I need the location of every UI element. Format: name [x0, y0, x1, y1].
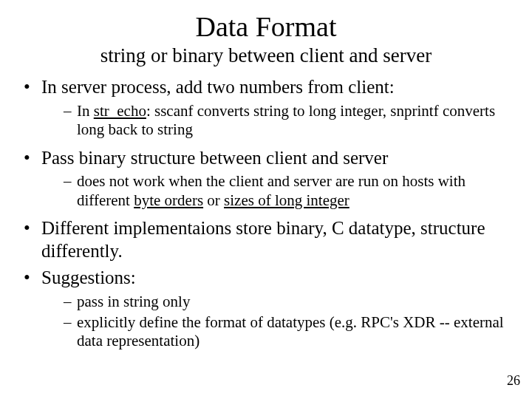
- slide: Data Format string or binary between cli…: [0, 0, 532, 399]
- sub-item: does not work when the client and server…: [64, 172, 511, 210]
- sub-text: explicitly define the format of datatype…: [77, 313, 504, 350]
- sub-item: explicitly define the format of datatype…: [64, 313, 511, 351]
- underline-text: str_echo: [94, 102, 146, 120]
- sub-list: pass in string only explicitly define th…: [41, 293, 511, 351]
- sub-text: pass in string only: [77, 293, 190, 310]
- bullet-item: Different implementaions store binary, C…: [24, 217, 511, 262]
- slide-subtitle: string or binary between client and serv…: [21, 44, 511, 67]
- sub-text: or: [203, 191, 224, 209]
- bullet-text: Suggestions:: [41, 267, 136, 287]
- sub-item: In str_echo: sscanf converts string to l…: [64, 102, 511, 140]
- bullet-item: Suggestions: pass in string only explici…: [24, 267, 511, 350]
- bullet-list: In server process, add two numbers from …: [21, 76, 511, 351]
- sub-text: In: [77, 102, 94, 120]
- sub-list: In str_echo: sscanf converts string to l…: [41, 102, 511, 140]
- bullet-item: Pass binary structure between client and…: [24, 147, 511, 211]
- bullet-item: In server process, add two numbers from …: [24, 76, 511, 140]
- sub-item: pass in string only: [64, 293, 511, 312]
- bullet-text: Different implementaions store binary, C…: [41, 218, 485, 261]
- bullet-text: In server process, add two numbers from …: [41, 77, 395, 97]
- underline-text: byte orders: [134, 191, 203, 209]
- page-number: 26: [507, 373, 520, 389]
- sub-list: does not work when the client and server…: [41, 172, 511, 210]
- slide-title: Data Format: [21, 10, 511, 43]
- underline-text: sizes of long integer: [224, 191, 349, 209]
- bullet-text: Pass binary structure between client and…: [41, 148, 388, 168]
